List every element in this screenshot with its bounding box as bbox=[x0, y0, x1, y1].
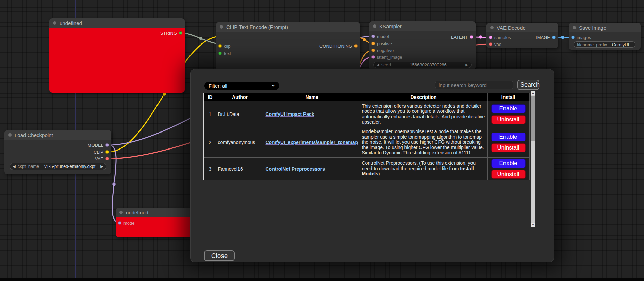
output-slot-string[interactable]: STRING bbox=[160, 30, 182, 36]
cell-id: 1 bbox=[204, 101, 216, 127]
input-slot-latent-image[interactable]: latent_image bbox=[371, 54, 402, 60]
slot-label: IMAGE bbox=[536, 35, 550, 40]
seed-widget[interactable]: ◀ seed 156680208700286 ▶ bbox=[373, 62, 472, 68]
filter-dropdown[interactable]: Filter: all ⌄ bbox=[204, 82, 279, 90]
node-title: Load Checkpoint bbox=[15, 132, 53, 138]
uninstall-button[interactable]: Uninstall bbox=[491, 143, 526, 152]
node-collapse-dot[interactable] bbox=[490, 26, 494, 29]
node-collapse-dot[interactable] bbox=[573, 26, 576, 29]
search-input[interactable] bbox=[435, 81, 513, 89]
input-slot-model[interactable]: model bbox=[371, 34, 389, 39]
extension-link[interactable]: ControlNet Preprocessors bbox=[266, 166, 325, 172]
node-title: VAE Decode bbox=[497, 25, 526, 31]
node-collapse-dot[interactable] bbox=[119, 211, 123, 214]
input-slot-model[interactable]: model bbox=[118, 220, 135, 226]
uninstall-button[interactable]: Uninstall bbox=[491, 115, 526, 124]
model-slot-dot-icon[interactable] bbox=[371, 35, 375, 38]
model-out-slot-dot-icon[interactable] bbox=[105, 143, 109, 147]
window-bottom-edge bbox=[0, 278, 644, 281]
table-header-row: ID Author Name Description Install bbox=[204, 93, 529, 101]
input-slot-samples[interactable]: samples bbox=[489, 35, 511, 40]
widget-decrement-arrow[interactable]: ◀ bbox=[377, 63, 379, 67]
output-slot-vae[interactable]: VAE bbox=[95, 156, 109, 161]
output-slot-clip[interactable]: CLIP bbox=[94, 149, 109, 155]
custom-nodes-manager-dialog: Filter: all ⌄ Search ID Author Name Desc… bbox=[190, 69, 554, 262]
scrollbar-up-arrow-icon[interactable]: ▲ bbox=[531, 91, 535, 95]
images-slot-dot-icon[interactable] bbox=[571, 36, 575, 39]
enable-button[interactable]: Enable bbox=[491, 133, 526, 141]
widget-value: v1-5-pruned-emaonly.ckpt bbox=[41, 164, 98, 169]
string-slot-dot-icon[interactable] bbox=[179, 31, 182, 35]
vae-out-slot-dot-icon[interactable] bbox=[105, 157, 109, 160]
cell-id: 2 bbox=[204, 127, 216, 158]
enable-button[interactable]: Enable bbox=[491, 159, 526, 168]
node-collapse-dot[interactable] bbox=[8, 133, 12, 137]
node-load-checkpoint[interactable]: Load Checkpoint MODEL CLIP VAE ◀ ckpt_na… bbox=[4, 130, 111, 174]
slot-label: latent_image bbox=[377, 55, 402, 60]
input-slot-images[interactable]: images bbox=[571, 35, 591, 40]
vae-slot-dot-icon[interactable] bbox=[489, 42, 492, 46]
cell-author: Dr.Lt.Data bbox=[216, 101, 264, 127]
header-author: Author bbox=[216, 93, 264, 101]
output-slot-latent[interactable]: LATENT bbox=[451, 34, 473, 40]
slot-label: text bbox=[224, 51, 231, 56]
widget-label: seed bbox=[381, 62, 391, 67]
model-slot-dot-icon[interactable] bbox=[118, 221, 121, 225]
scrollbar-down-arrow-icon[interactable]: ▼ bbox=[531, 223, 535, 227]
link-dot-latent bbox=[479, 35, 482, 39]
clip-slot-dot-icon[interactable] bbox=[218, 44, 222, 48]
node-title: undefined bbox=[60, 20, 82, 26]
node-collapse-dot[interactable] bbox=[373, 24, 376, 28]
negative-slot-dot-icon[interactable] bbox=[371, 49, 375, 52]
widget-decrement-arrow[interactable]: ◀ bbox=[13, 165, 16, 168]
ckpt-name-widget[interactable]: ◀ ckpt_name v1-5-pruned-emaonly.ckpt ▶ bbox=[10, 163, 106, 170]
extension-table: ID Author Name Description Install 1 Dr.… bbox=[203, 93, 530, 180]
extension-link[interactable]: ComfyUI Impact Pack bbox=[266, 111, 314, 117]
slot-label: positive bbox=[377, 41, 392, 46]
table-row: 2 comfyanonymous ComfyUI_experiments/sam… bbox=[204, 127, 529, 158]
slot-label: samples bbox=[494, 35, 511, 40]
clip-out-slot-dot-icon[interactable] bbox=[105, 150, 109, 154]
latent-slot-dot-icon[interactable] bbox=[371, 55, 375, 59]
slot-label: CONDITIONING bbox=[319, 43, 352, 49]
node-save-image[interactable]: Save Image images filename_prefix ComfyU… bbox=[569, 23, 641, 50]
node-collapse-dot[interactable] bbox=[220, 25, 223, 29]
input-slot-clip[interactable]: clip bbox=[218, 43, 231, 49]
input-slot-negative[interactable]: negative bbox=[371, 48, 394, 53]
slot-label: LATENT bbox=[451, 35, 468, 40]
text-slot-dot-icon[interactable] bbox=[218, 52, 222, 55]
input-slot-vae[interactable]: vae bbox=[489, 41, 501, 47]
input-slot-text[interactable]: text bbox=[218, 51, 231, 56]
table-scrollbar[interactable]: ▲ ▼ bbox=[531, 91, 535, 227]
slot-label: MODEL bbox=[88, 143, 103, 148]
output-slot-image[interactable]: IMAGE bbox=[536, 35, 556, 40]
extension-link[interactable]: ComfyUI_experiments/sampler_tonemap bbox=[266, 140, 358, 145]
filename-prefix-widget[interactable]: filename_prefix ComfyUI bbox=[574, 41, 635, 48]
widget-increment-arrow[interactable]: ▶ bbox=[100, 165, 103, 168]
scrollbar-thumb[interactable] bbox=[531, 96, 535, 141]
link-dot-image bbox=[561, 36, 564, 39]
comfyui-window: undefined STRING CLIP Text Encode (Promp… bbox=[0, 0, 644, 281]
image-slot-dot-icon[interactable] bbox=[552, 36, 556, 39]
enable-button[interactable]: Enable bbox=[491, 104, 526, 113]
close-button[interactable]: Close bbox=[204, 250, 235, 261]
node-collapse-dot[interactable] bbox=[53, 21, 56, 25]
output-slot-model[interactable]: MODEL bbox=[88, 142, 109, 148]
node-vae-decode[interactable]: VAE Decode samples vae IMAGE bbox=[486, 23, 558, 48]
uninstall-button[interactable]: Uninstall bbox=[491, 170, 526, 179]
node-undefined-top[interactable]: undefined STRING bbox=[49, 18, 185, 93]
output-slot-conditioning[interactable]: CONDITIONING bbox=[319, 43, 358, 49]
conditioning-slot-dot-icon[interactable] bbox=[354, 44, 358, 48]
slot-label: model bbox=[123, 221, 135, 226]
widget-increment-arrow[interactable]: ▶ bbox=[465, 63, 468, 67]
latent-out-slot-dot-icon[interactable] bbox=[470, 35, 473, 39]
samples-slot-dot-icon[interactable] bbox=[489, 36, 492, 39]
positive-slot-dot-icon[interactable] bbox=[371, 42, 375, 45]
node-undefined-bottom[interactable]: undefined model bbox=[116, 208, 201, 237]
search-button[interactable]: Search bbox=[517, 80, 539, 90]
table-row: 3 Fannovel16 ControlNet Preprocessors Co… bbox=[204, 158, 529, 180]
widget-value: 156680208700286 bbox=[393, 62, 463, 67]
slot-label: VAE bbox=[95, 156, 103, 161]
node-ksampler[interactable]: KSampler model positive negative latent_… bbox=[369, 21, 476, 70]
input-slot-positive[interactable]: positive bbox=[371, 41, 392, 46]
